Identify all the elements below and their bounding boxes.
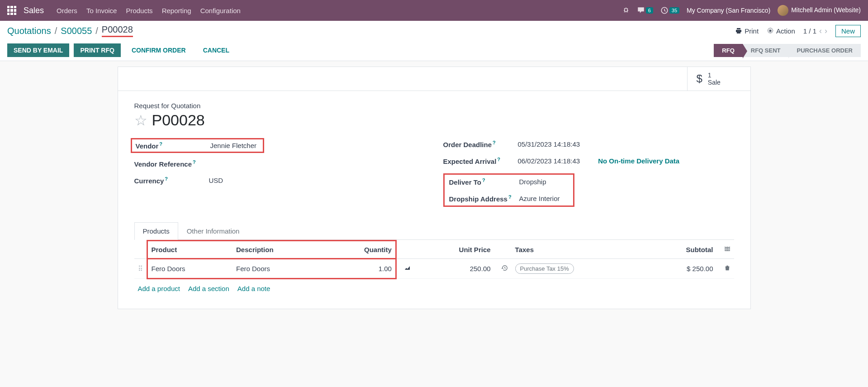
action-button[interactable]: Action [767,27,795,35]
arrival-label: Expected Arrival? [443,157,518,165]
add-note-link[interactable]: Add a note [237,285,270,292]
cell-description[interactable]: Fero Doors [232,259,323,279]
col-taxes: Taxes [512,241,647,259]
user-menu[interactable]: Mitchell Admin (Website) [778,5,861,16]
print-rfq-button[interactable]: PRINT RFQ [74,43,120,57]
new-button[interactable]: New [835,25,861,37]
avatar [778,5,788,16]
cell-quantity[interactable]: 1.00 [323,259,396,279]
status-rfq-sent[interactable]: RFQ SENT [743,44,789,57]
dropship-label: Dropship Address? [449,194,519,203]
send-email-button[interactable]: SEND BY EMAIL [7,43,69,57]
print-button[interactable]: Print [735,27,759,35]
breadcrumb-quotations[interactable]: Quotations [7,26,51,36]
vendor-label: Vendor? [136,141,210,150]
pager-prev[interactable]: ‹ [819,26,822,36]
activities-icon[interactable]: 35 [660,6,679,14]
cell-unit-price[interactable]: 250.00 [415,259,494,279]
dropship-value[interactable]: Azure Interior [519,195,560,202]
help-icon[interactable]: ? [159,141,162,147]
nav-orders[interactable]: Orders [57,7,77,14]
tabs: Products Other Information [134,222,734,240]
control-panel: Quotations / S00055 / P00028 Print Actio… [0,21,868,61]
messages-badge: 6 [646,7,653,14]
nav-to-invoice[interactable]: To Invoice [86,7,117,14]
company-selector[interactable]: My Company (San Francisco) [687,7,770,14]
nav-reporting[interactable]: Reporting [162,7,191,14]
help-icon[interactable]: ? [497,157,500,162]
record-title: P00028 [152,111,205,129]
dollar-icon: $ [697,72,702,85]
deadline-value[interactable]: 05/31/2023 14:18:43 [518,140,580,148]
deliver-to-value[interactable]: Dropship [519,178,546,186]
top-navbar: Sales Orders To Invoice Products Reporti… [0,0,868,21]
pager: 1 / 1 ‹ › [803,26,827,36]
tax-pill[interactable]: Purchase Tax 15% [515,263,574,274]
order-lines-table: Product Description Quantity Unit Price … [134,240,734,279]
col-product: Product [147,241,232,259]
table-row[interactable]: ⠿ Fero Doors Fero Doors 1.00 250.00 Purc… [134,259,734,279]
history-icon[interactable] [502,265,508,272]
add-section-link[interactable]: Add a section [188,285,229,292]
breadcrumb-current: P00028 [102,24,133,37]
col-subtotal: Subtotal [646,241,716,259]
confirm-order-button[interactable]: CONFIRM ORDER [125,43,192,57]
delete-icon[interactable] [724,265,730,272]
drag-handle-icon[interactable]: ⠿ [138,265,143,272]
messages-icon[interactable]: 6 [637,6,653,14]
help-icon[interactable]: ? [493,140,496,145]
deliver-to-label: Deliver To? [449,177,519,186]
deadline-label: Order Deadline? [443,140,518,148]
help-icon[interactable]: ? [193,159,196,165]
help-icon[interactable]: ? [508,194,512,200]
forecast-icon[interactable] [404,265,411,273]
col-description: Description [232,241,323,259]
breadcrumb-order[interactable]: S00055 [61,26,92,36]
app-title[interactable]: Sales [24,6,44,15]
currency-label: Currency? [134,176,209,185]
nav-menu: Orders To Invoice Products Reporting Con… [57,7,241,14]
cell-subtotal: $ 250.00 [646,259,716,279]
vendor-ref-label: Vendor Reference? [134,159,209,168]
breadcrumb: Quotations / S00055 / P00028 [7,24,133,37]
status-flow: RFQ RFQ SENT PURCHASE ORDER [714,44,861,57]
activities-badge: 35 [669,7,679,14]
tab-other-info[interactable]: Other Information [178,222,248,239]
stat-sale-button[interactable]: $ 1 Sale [687,67,750,91]
form-sheet: $ 1 Sale Request for Quotation ☆ P00028 … [118,67,751,309]
col-unit-price: Unit Price [415,241,494,259]
star-icon[interactable]: ☆ [134,112,147,129]
add-product-link[interactable]: Add a product [138,285,180,292]
status-po[interactable]: PURCHASE ORDER [788,44,861,57]
cancel-button[interactable]: CANCEL [197,43,236,57]
nav-products[interactable]: Products [126,7,152,14]
arrival-value[interactable]: 06/02/2023 14:18:43 [518,157,580,165]
help-icon[interactable]: ? [165,176,168,182]
apps-icon[interactable] [7,6,16,15]
currency-value[interactable]: USD [209,177,223,184]
vendor-value[interactable]: Jennie Fletcher [210,142,257,149]
svg-point-1 [769,30,771,32]
pager-next[interactable]: › [825,26,827,36]
subtitle: Request for Quotation [134,102,734,110]
help-icon[interactable]: ? [482,177,485,183]
status-rfq[interactable]: RFQ [714,44,742,57]
col-quantity: Quantity [323,241,396,259]
tab-products[interactable]: Products [134,222,178,240]
nav-configuration[interactable]: Configuration [200,7,241,14]
delivery-data: No On-time Delivery Data [598,157,679,165]
debug-icon[interactable] [622,7,630,14]
cell-product[interactable]: Fero Doors [147,259,232,279]
columns-settings-icon[interactable] [724,246,730,253]
